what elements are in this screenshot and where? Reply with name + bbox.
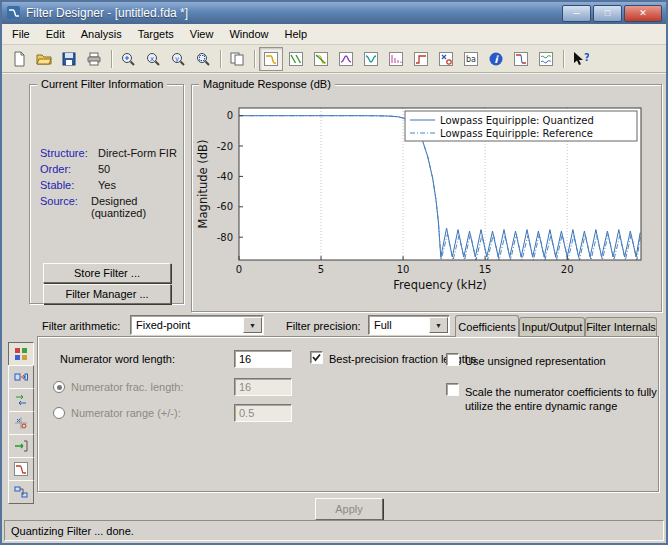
filter-precision-value: Full bbox=[374, 319, 392, 331]
numerator-range-radio[interactable] bbox=[53, 407, 65, 419]
group-delay-icon[interactable] bbox=[334, 47, 358, 71]
tab-filter-internals[interactable]: Filter Internals bbox=[585, 317, 657, 336]
print-icon[interactable] bbox=[82, 47, 106, 71]
tab-input-output[interactable]: Input/Output bbox=[519, 317, 585, 336]
apply-button[interactable]: Apply bbox=[315, 498, 383, 520]
numerator-frac-label: Numerator frac. length: bbox=[71, 381, 184, 393]
numerator-word-length-input[interactable] bbox=[234, 350, 292, 368]
menu-view[interactable]: View bbox=[182, 25, 222, 43]
structure-label: Structure: bbox=[40, 147, 98, 159]
pole-zero-editor-icon[interactable] bbox=[8, 411, 34, 435]
tab-coefficients[interactable]: Coefficients bbox=[455, 315, 519, 337]
svg-text:20: 20 bbox=[561, 264, 574, 275]
svg-text:0: 0 bbox=[227, 110, 233, 121]
magnitude-response-title: Magnitude Response (dB) bbox=[199, 78, 335, 90]
window-title: Filter Designer - [untitled.fda *] bbox=[26, 6, 560, 20]
filter-precision-select[interactable]: Full ▼ bbox=[368, 315, 450, 335]
svg-text:Lowpass Equiripple: Reference: Lowpass Equiripple: Reference bbox=[440, 128, 593, 139]
zoom-x-icon[interactable]: x bbox=[141, 47, 165, 71]
magnitude-and-phase-icon[interactable] bbox=[309, 47, 333, 71]
svg-text:-40: -40 bbox=[217, 171, 233, 182]
svg-text:5: 5 bbox=[318, 264, 324, 275]
filter-precision-label: Filter precision: bbox=[286, 320, 361, 332]
filter-arithmetic-value: Fixed-point bbox=[136, 319, 190, 331]
svg-text:-60: -60 bbox=[217, 201, 233, 212]
filter-coefficients-icon[interactable]: ba bbox=[459, 47, 483, 71]
filter-arithmetic-select[interactable]: Fixed-point ▼ bbox=[130, 315, 264, 335]
filter-order-row: Order: 50 bbox=[40, 163, 183, 175]
step-response-icon[interactable] bbox=[409, 47, 433, 71]
multirate-filter-icon[interactable] bbox=[8, 388, 34, 412]
numerator-frac-radio[interactable] bbox=[53, 381, 65, 393]
overlay-analysis-icon[interactable] bbox=[534, 47, 558, 71]
store-filter-button[interactable]: Store Filter ... bbox=[43, 263, 171, 283]
transform-filter-icon[interactable] bbox=[8, 365, 34, 389]
minimize-button[interactable]: ─ bbox=[562, 5, 591, 22]
new-session-icon[interactable] bbox=[7, 47, 31, 71]
pole-zero-plot-icon[interactable] bbox=[434, 47, 458, 71]
stable-label: Stable: bbox=[40, 179, 98, 191]
svg-text:15: 15 bbox=[479, 264, 492, 275]
menu-window[interactable]: Window bbox=[221, 25, 276, 43]
status-bar: Quantizing Filter ... done. bbox=[4, 520, 664, 541]
status-text: Quantizing Filter ... done. bbox=[11, 525, 134, 537]
save-session-icon[interactable] bbox=[57, 47, 81, 71]
filter-structure-row: Structure: Direct-Form FIR bbox=[40, 147, 183, 159]
filter-source-row: Source: Designed (quantized) bbox=[40, 195, 183, 219]
scale-coefficients-checkbox[interactable] bbox=[446, 383, 459, 396]
toolbar: x y ba i ? bbox=[2, 45, 666, 73]
structure-value: Direct-Form FIR bbox=[98, 147, 177, 159]
current-filter-info-panel: Current Filter Information Structure: Di… bbox=[29, 84, 184, 304]
scale-coefficients-label: Scale the numerator coefficients to full… bbox=[465, 385, 668, 413]
toolbar-separator bbox=[254, 50, 255, 68]
numerator-range-label: Numerator range (+/-): bbox=[71, 407, 181, 419]
menu-help[interactable]: Help bbox=[277, 25, 316, 43]
zoom-y-icon[interactable]: y bbox=[166, 47, 190, 71]
numerator-range-input bbox=[234, 404, 292, 422]
filter-information-icon[interactable]: i bbox=[484, 47, 508, 71]
menu-targets[interactable]: Targets bbox=[130, 25, 182, 43]
numerator-word-length-label: Numerator word length: bbox=[60, 353, 175, 365]
magnitude-response-panel: Magnitude Response (dB) 0-20-40-60-80051… bbox=[191, 84, 662, 312]
phase-response-icon[interactable] bbox=[284, 47, 308, 71]
toolbar-separator bbox=[563, 50, 564, 68]
menu-analysis[interactable]: Analysis bbox=[73, 25, 130, 43]
maximize-button[interactable]: □ bbox=[593, 5, 622, 22]
filter-stable-row: Stable: Yes bbox=[40, 179, 183, 191]
phase-delay-icon[interactable] bbox=[359, 47, 383, 71]
svg-text:-20: -20 bbox=[217, 141, 233, 152]
svg-text:Magnitude (dB): Magnitude (dB) bbox=[196, 140, 210, 229]
svg-text:x: x bbox=[150, 54, 154, 62]
chevron-down-icon[interactable]: ▼ bbox=[429, 317, 448, 333]
menu-file[interactable]: File bbox=[4, 25, 38, 43]
magnitude-response-icon[interactable] bbox=[259, 47, 283, 71]
svg-text:Lowpass Equiripple: Quantized: Lowpass Equiripple: Quantized bbox=[440, 115, 594, 126]
zoom-in-icon[interactable] bbox=[116, 47, 140, 71]
set-quantization-parameters-icon[interactable] bbox=[8, 342, 34, 366]
filter-arithmetic-label: Filter arithmetic: bbox=[42, 320, 120, 332]
unsigned-representation-checkbox[interactable] bbox=[446, 353, 459, 366]
close-button[interactable]: ✕ bbox=[624, 5, 662, 22]
impulse-response-icon[interactable] bbox=[384, 47, 408, 71]
current-filter-info-title: Current Filter Information bbox=[37, 78, 167, 90]
coefficients-tab-panel: Numerator word length: Best-precision fr… bbox=[37, 336, 659, 492]
import-filter-icon[interactable] bbox=[8, 434, 34, 458]
realize-model-icon[interactable] bbox=[8, 480, 34, 504]
chevron-down-icon[interactable]: ▼ bbox=[243, 317, 262, 333]
svg-text:y: y bbox=[175, 54, 179, 62]
menu-edit[interactable]: Edit bbox=[38, 25, 73, 43]
order-value: 50 bbox=[98, 163, 110, 175]
magnitude-response-chart: 0-20-40-60-8005101520Frequency (kHz)Magn… bbox=[195, 94, 657, 302]
svg-text:0: 0 bbox=[236, 264, 242, 275]
best-precision-checkbox[interactable] bbox=[310, 351, 323, 364]
design-filter-icon[interactable] bbox=[8, 457, 34, 481]
filter-manager-button[interactable]: Filter Manager ... bbox=[43, 284, 171, 304]
magnitude-specs-icon[interactable] bbox=[509, 47, 533, 71]
restore-default-view-icon[interactable] bbox=[191, 47, 215, 71]
title-bar[interactable]: Filter Designer - [untitled.fda *] ─ □ ✕ bbox=[2, 2, 666, 24]
menu-bar: File Edit Analysis Targets View Window H… bbox=[2, 24, 666, 45]
open-session-icon[interactable] bbox=[32, 47, 56, 71]
whats-this-help-icon[interactable]: ? bbox=[568, 47, 592, 71]
order-label: Order: bbox=[40, 163, 98, 175]
duplicate-analysis-icon[interactable] bbox=[225, 47, 249, 71]
